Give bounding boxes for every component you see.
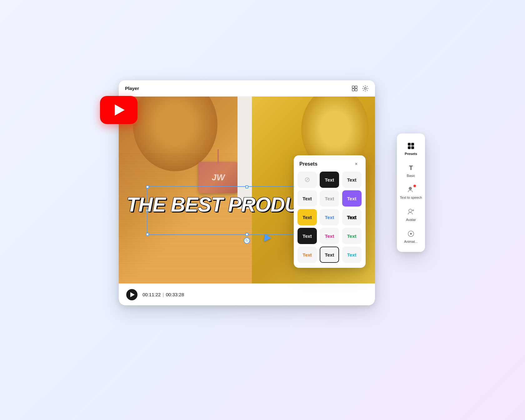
preset-cell-orange-text[interactable]: Text [298, 247, 317, 263]
player-title: Player [125, 86, 139, 91]
scene-wrapper: Player [91, 62, 434, 358]
preset-cell-dark-border[interactable]: Text [320, 247, 339, 263]
avatar-sidebar-icon [407, 208, 415, 216]
titlebar-icons [351, 85, 369, 92]
svg-rect-7 [408, 146, 411, 149]
sidebar-item-animate[interactable]: Animat... [397, 226, 425, 247]
preset-cell-pink-text[interactable]: Text [320, 228, 339, 244]
svg-rect-8 [411, 146, 414, 149]
video-controls: 00:11:22 | 00:33:28 [119, 283, 375, 305]
play-button[interactable] [126, 289, 138, 300]
player-titlebar: Player [119, 80, 375, 97]
preset-cell-light-gray[interactable]: Text [320, 190, 339, 207]
tts-badge-dot [413, 185, 416, 187]
preset-cell-dark-bg2[interactable]: Text [298, 228, 317, 244]
presets-panel: Presets × ⊘ Text Text Text Text Text [294, 155, 366, 268]
preset-cell-white-text[interactable]: Text [342, 172, 362, 188]
sidebar-item-presets[interactable]: Presets [397, 138, 425, 159]
sidebar-item-avatar[interactable]: Avatar [397, 204, 425, 225]
total-time: 00:33:28 [166, 292, 184, 297]
sidebar-item-basic-label: Basic [407, 174, 415, 178]
preset-cell-bold-dark[interactable]: Text [298, 190, 317, 207]
preset-cell-green-text[interactable]: Text [342, 228, 362, 244]
sidebar-item-avatar-label: Avatar [406, 218, 416, 222]
time-separator: | [163, 292, 165, 297]
basic-sidebar-icon: T [407, 163, 415, 172]
presets-sidebar-icon [407, 142, 415, 150]
svg-rect-2 [352, 89, 354, 91]
fashion-bag [198, 162, 238, 193]
tts-sidebar-icon [407, 185, 415, 194]
youtube-icon [100, 96, 138, 124]
svg-point-4 [364, 88, 366, 89]
current-time: 00:11:22 [142, 292, 161, 297]
svg-rect-1 [355, 86, 357, 88]
svg-point-9 [409, 187, 412, 190]
sidebar-item-tts[interactable]: Text to speech [397, 182, 425, 203]
preset-cell-outline-text[interactable]: Text [342, 209, 362, 225]
svg-point-10 [409, 209, 412, 212]
svg-point-14 [410, 233, 412, 235]
sidebar-item-presets-label: Presets [405, 152, 417, 156]
svg-rect-6 [411, 143, 414, 146]
layout-icon[interactable] [351, 85, 358, 92]
svg-rect-0 [352, 86, 354, 88]
presets-grid: ⊘ Text Text Text Text Text Text Text [294, 172, 366, 268]
animate-sidebar-icon [407, 229, 415, 238]
preset-cell-purple-bg[interactable]: Text [342, 190, 362, 207]
time-display: 00:11:22 | 00:33:28 [142, 292, 184, 297]
right-sidebar: Presets T Basic Text to speech [397, 133, 425, 252]
preset-cell-cyan-text[interactable]: Text [342, 247, 362, 263]
sidebar-item-animate-label: Animat... [404, 240, 418, 244]
settings-icon[interactable] [362, 85, 369, 92]
presets-panel-title: Presets [299, 161, 318, 167]
svg-rect-3 [355, 89, 357, 91]
sidebar-item-basic[interactable]: T Basic [397, 160, 425, 181]
preset-cell-blue-text[interactable]: Text [320, 209, 339, 225]
preset-cell-empty[interactable]: ⊘ [298, 172, 317, 188]
preset-cell-yellow-bg[interactable]: Text [298, 209, 317, 225]
svg-rect-5 [408, 143, 411, 146]
sidebar-item-tts-label: Text to speech [400, 196, 422, 200]
presets-header: Presets × [294, 155, 366, 172]
preset-cell-black-text[interactable]: Text [320, 172, 339, 188]
presets-close-button[interactable]: × [352, 160, 360, 168]
